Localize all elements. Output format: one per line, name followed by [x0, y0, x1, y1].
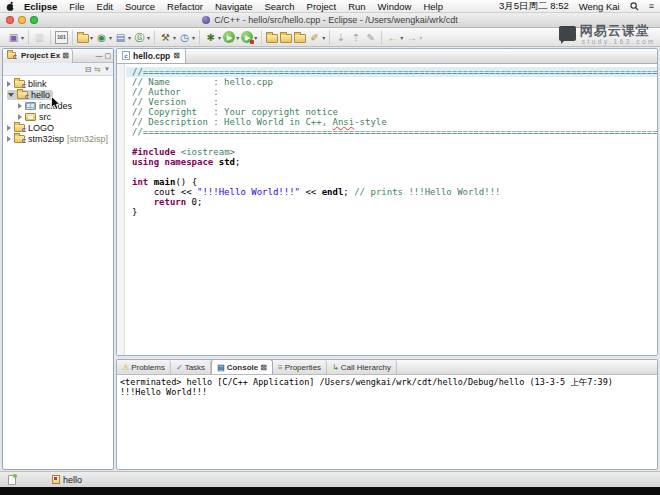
- new-c-project-icon: [77, 34, 89, 43]
- forward-icon[interactable]: →▾: [405, 31, 422, 44]
- expand-arrow-icon[interactable]: [7, 136, 11, 142]
- maximize-view-icon[interactable]: ▢: [104, 52, 111, 60]
- open-type-icon[interactable]: [294, 32, 306, 43]
- tree-item-LOGO[interactable]: LOGO: [3, 122, 113, 133]
- new-c-project-icon[interactable]: ▾: [77, 32, 93, 43]
- expand-arrow-icon[interactable]: [7, 125, 11, 131]
- open-element-icon[interactable]: [266, 32, 278, 43]
- code-generate-icon[interactable]: Ⓖ▾: [133, 31, 150, 44]
- view-menu-icon[interactable]: ▼: [104, 66, 110, 72]
- menu-file[interactable]: File: [69, 1, 84, 12]
- code-line[interactable]: using namespace std;: [132, 157, 657, 167]
- console-output: !!!Hello World!!!: [120, 387, 654, 397]
- close-icon[interactable]: ⊠: [173, 51, 180, 60]
- code-line[interactable]: // Copyright : Your copyright notice: [132, 107, 657, 117]
- code-generate-icon: Ⓖ: [133, 31, 146, 44]
- back-icon[interactable]: ←▾: [386, 31, 403, 44]
- includes-icon: [25, 102, 36, 110]
- menubar-clock[interactable]: 3月5日周二 8:52: [499, 0, 569, 13]
- next-annotation-icon: ⇣: [334, 31, 347, 44]
- menu-navigate[interactable]: Navigate: [215, 1, 253, 12]
- screen-bottom-strip: [0, 487, 660, 495]
- tab-tasks[interactable]: ✓Tasks: [171, 360, 211, 374]
- open-resource-icon[interactable]: [280, 32, 292, 43]
- last-edit-location-icon[interactable]: ✎: [364, 31, 377, 44]
- code-line[interactable]: //======================================…: [132, 127, 657, 137]
- profile-icon[interactable]: ◷▾: [178, 31, 195, 44]
- minimize-view-icon[interactable]: —: [95, 52, 102, 60]
- forward-icon: →: [405, 31, 418, 44]
- console-header: <terminated> hello [C/C++ Application] /…: [120, 377, 654, 387]
- menu-run[interactable]: Run: [348, 1, 365, 12]
- spotlight-icon[interactable]: [630, 2, 639, 11]
- tab-project-explorer[interactable]: Project Ex ⊠: [3, 49, 73, 63]
- code-line[interactable]: [132, 167, 657, 177]
- code-line[interactable]: #include <iostream>: [132, 147, 657, 157]
- previous-annotation-icon[interactable]: ⇡: [349, 31, 362, 44]
- expand-arrow-icon[interactable]: [18, 103, 22, 109]
- tab-console[interactable]: ▤Console⊠: [211, 359, 273, 374]
- new-cpp-class-icon[interactable]: ◉▾: [95, 31, 112, 44]
- eclipse-icon: [202, 16, 210, 24]
- code-line[interactable]: }: [132, 207, 657, 217]
- console-icon: ▤: [217, 363, 225, 372]
- code-line[interactable]: [132, 137, 657, 147]
- menu-source[interactable]: Source: [125, 1, 155, 12]
- tree-item-stm32isp[interactable]: stm32isp[stm32isp]: [3, 133, 113, 144]
- code-editor[interactable]: //======================================…: [117, 64, 657, 356]
- code-line[interactable]: cout << "!!!Hello World!!!" << endl; // …: [132, 187, 657, 197]
- collapse-all-icon[interactable]: ⊟: [85, 65, 92, 74]
- project-explorer-tabbar: Project Ex ⊠ — ▢: [3, 49, 113, 63]
- expand-arrow-icon[interactable]: [18, 114, 22, 120]
- expand-arrow-icon[interactable]: [7, 81, 11, 87]
- tab-call-hierarchy[interactable]: ↳Call Hierarchy: [327, 360, 397, 374]
- code-line[interactable]: // Description : Hello World in C++, Ans…: [132, 117, 657, 127]
- menu-help[interactable]: Help: [423, 1, 443, 12]
- next-annotation-icon[interactable]: ⇣: [334, 31, 347, 44]
- tab-properties[interactable]: ≡Properties: [273, 360, 327, 374]
- save-icon[interactable]: ▥: [33, 31, 46, 44]
- menu-project[interactable]: Project: [307, 1, 337, 12]
- minimized-view-icon[interactable]: [8, 475, 16, 485]
- tree-item-src[interactable]: src: [3, 111, 113, 122]
- code-line[interactable]: // Name : hello.cpp: [132, 77, 657, 87]
- call-hierarchy-icon: ↳: [332, 363, 339, 372]
- last-edit-location-icon: ✎: [364, 31, 377, 44]
- close-icon[interactable]: ⊠: [260, 363, 267, 372]
- console-view[interactable]: <terminated> hello [C/C++ Application] /…: [117, 375, 657, 399]
- annotation-ruler[interactable]: [117, 64, 125, 356]
- run-icon[interactable]: ▶▾: [223, 31, 239, 43]
- link-with-editor-icon[interactable]: ⇆: [94, 65, 101, 74]
- new-c-file-icon[interactable]: ▤▾: [114, 31, 131, 44]
- code-line[interactable]: // Author :: [132, 87, 657, 97]
- build-icon[interactable]: ⚒▾: [159, 31, 176, 44]
- watermark-subtitle: study.163.com: [582, 38, 656, 45]
- notification-center-icon[interactable]: ≡: [649, 1, 654, 11]
- tree-item-blink[interactable]: blink: [3, 78, 113, 89]
- external-tools-icon[interactable]: ▶▾: [241, 31, 257, 43]
- menu-edit[interactable]: Edit: [97, 1, 113, 12]
- menu-search[interactable]: Search: [264, 1, 294, 12]
- save-icon: ▥: [33, 31, 46, 44]
- tab-problems[interactable]: ⚠Problems: [117, 360, 171, 374]
- new-wizard-icon[interactable]: ▣▾: [7, 31, 24, 44]
- status-selection: hello: [52, 475, 82, 485]
- tree-item-label: blink: [28, 79, 47, 89]
- apple-menu-icon[interactable]: [6, 1, 15, 12]
- binary-console-icon[interactable]: 101: [55, 31, 68, 44]
- debug-icon[interactable]: ✱▾: [204, 31, 221, 44]
- menu-eclipse[interactable]: Eclipse: [24, 1, 57, 12]
- code-line[interactable]: //======================================…: [126, 67, 657, 77]
- menu-refactor[interactable]: Refactor: [167, 1, 203, 12]
- code-line[interactable]: int main() {: [132, 177, 657, 187]
- mark-occurrences-icon[interactable]: ✐▾: [308, 31, 325, 44]
- menubar-user[interactable]: Weng Kai: [579, 1, 620, 12]
- mouse-cursor: [51, 96, 61, 110]
- code-line[interactable]: // Version :: [132, 97, 657, 107]
- expand-arrow-icon[interactable]: [8, 93, 14, 97]
- back-icon: ←: [386, 31, 399, 44]
- menu-window[interactable]: Window: [378, 1, 412, 12]
- tab-hello-cpp[interactable]: c hello.cpp ⊠: [117, 48, 186, 63]
- close-icon[interactable]: ⊠: [62, 51, 69, 60]
- code-line[interactable]: return 0;: [132, 197, 657, 207]
